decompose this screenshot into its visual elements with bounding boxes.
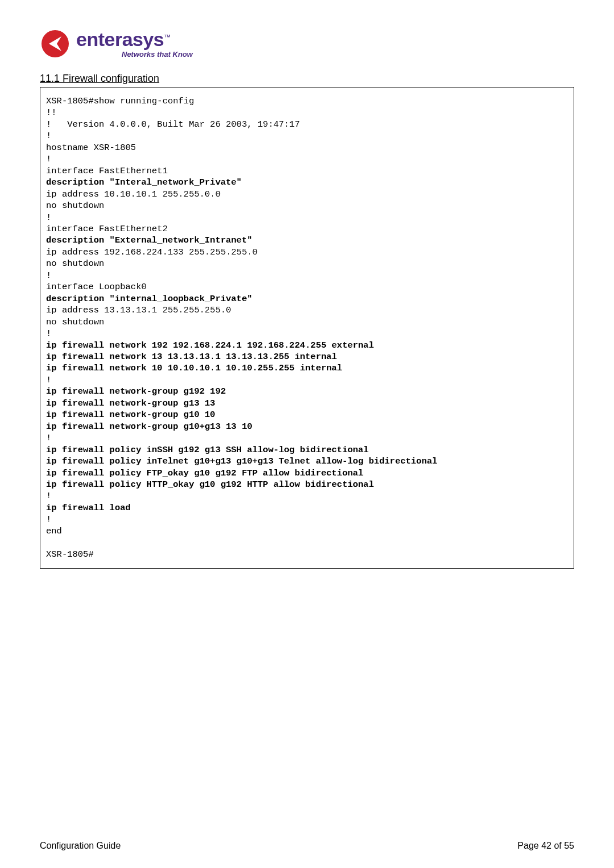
code-line: ip address 10.10.10.1 255.255.0.0 <box>46 189 221 199</box>
footer-right: Page 42 of 55 <box>517 841 574 851</box>
code-line: XSR-1805# <box>46 549 94 560</box>
brand-name: enterasys™ <box>76 30 193 49</box>
code-line: ip firewall network-group g10 10 <box>46 410 215 420</box>
code-line: ! <box>46 433 51 443</box>
config-code-block: XSR-1805#show running-config !! ! Versio… <box>40 87 574 569</box>
code-line: XSR-1805#show running-config <box>46 96 194 106</box>
trademark: ™ <box>164 32 171 40</box>
code-line: ! <box>46 514 51 524</box>
code-line: description "internal_loopback_Private" <box>46 294 252 304</box>
code-line: ! <box>46 270 51 281</box>
code-line: ip firewall load <box>46 503 131 513</box>
code-line: ! <box>46 154 51 164</box>
code-line: no shutdown <box>46 317 104 327</box>
code-line: ip firewall policy FTP_okay g10 g192 FTP… <box>46 468 363 478</box>
code-line: no shutdown <box>46 201 104 211</box>
code-line: ! <box>46 328 51 339</box>
section-heading: 11.1 Firewall configuration <box>40 73 574 85</box>
code-line: ip firewall policy inTelnet g10+g13 g10+… <box>46 456 437 466</box>
logo: enterasys™ Networks that Know <box>40 28 574 59</box>
code-line: ip firewall network-group g10+g13 13 10 <box>46 422 252 432</box>
code-line: ip address 192.168.224.133 255.255.255.0 <box>46 247 258 257</box>
code-line: ip firewall network 192 192.168.224.1 19… <box>46 340 374 350</box>
page-footer: Configuration Guide Page 42 of 55 <box>40 833 574 851</box>
brand-tagline: Networks that Know <box>122 50 193 59</box>
code-line: description "External_network_Intranet" <box>46 235 252 245</box>
code-line: description "Interal_network_Private" <box>46 177 242 187</box>
logo-icon <box>40 28 70 59</box>
code-line: ! <box>46 131 51 141</box>
code-line: !! <box>46 107 57 118</box>
code-line: end <box>46 526 62 536</box>
code-line: ip firewall policy inSSH g192 g13 SSH al… <box>46 445 368 455</box>
code-line: interface Loopback0 <box>46 282 147 292</box>
code-line: ip firewall network 10 10.10.10.1 10.10.… <box>46 363 342 373</box>
code-line: interface FastEthernet2 <box>46 224 168 234</box>
code-line: hostname XSR-1805 <box>46 143 136 153</box>
brand-text: enterasys <box>76 28 164 50</box>
code-line: ip address 13.13.13.1 255.255.255.0 <box>46 305 231 315</box>
code-line: ip firewall policy HTTP_okay g10 g192 HT… <box>46 479 374 490</box>
code-line: ! <box>46 212 51 223</box>
footer-left: Configuration Guide <box>40 841 121 851</box>
code-line: ip firewall network 13 13.13.13.1 13.13.… <box>46 352 337 362</box>
code-line: interface FastEthernet1 <box>46 166 168 176</box>
code-line: ! Version 4.0.0.0, Built Mar 26 2003, 19… <box>46 119 300 130</box>
code-line: ! <box>46 375 51 385</box>
code-line: ! <box>46 491 51 501</box>
code-line: ip firewall network-group g192 192 <box>46 386 226 397</box>
code-line: no shutdown <box>46 258 104 269</box>
code-line: ip firewall network-group g13 13 <box>46 398 215 408</box>
